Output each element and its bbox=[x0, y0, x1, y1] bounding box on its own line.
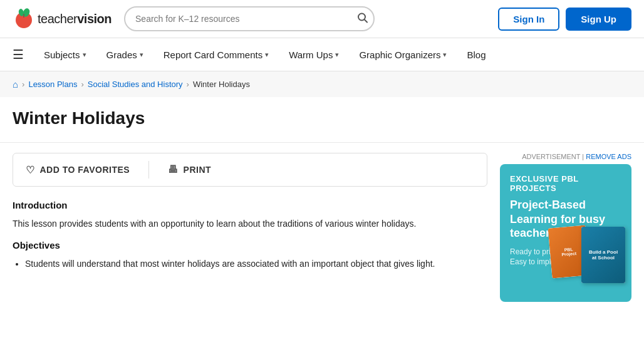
section2-heading: Objectives bbox=[13, 238, 487, 253]
report-card-arrow-icon: ▾ bbox=[265, 51, 269, 59]
logo-apple-icon bbox=[13, 8, 35, 30]
action-bar-divider bbox=[148, 161, 149, 178]
sign-up-button[interactable]: Sign Up bbox=[566, 8, 631, 31]
logo-link[interactable]: teachervision bbox=[13, 8, 112, 30]
ad-card-title: Exclusive PBL Projects bbox=[510, 174, 621, 193]
page-title-area: Winter Holidays bbox=[0, 97, 644, 143]
ad-label: ADVERTISEMENT | REMOVE ADS bbox=[500, 153, 631, 160]
breadcrumb-sep-2: › bbox=[81, 80, 83, 89]
graphic-organizers-arrow-icon: ▾ bbox=[443, 51, 447, 59]
remove-ads-button[interactable]: REMOVE ADS bbox=[586, 153, 631, 160]
action-bar: ♡ ADD TO FAVORITES 🖶 Print bbox=[13, 153, 487, 187]
print-icon: 🖶 bbox=[168, 164, 179, 175]
grades-arrow-icon: ▾ bbox=[140, 51, 143, 59]
auth-buttons: Sign In Sign Up bbox=[498, 8, 631, 31]
add-to-favorites-button[interactable]: ♡ ADD TO FAVORITES bbox=[26, 164, 130, 176]
breadcrumb-sep-1: › bbox=[22, 80, 24, 89]
sidebar-right: ADVERTISEMENT | REMOVE ADS Exclusive PBL… bbox=[500, 153, 631, 302]
content-left: ♡ ADD TO FAVORITES 🖶 Print Introduction … bbox=[13, 153, 487, 302]
logo-text: teachervision bbox=[38, 12, 112, 26]
breadcrumb-current: Winter Holidays bbox=[193, 80, 250, 89]
nav-subjects[interactable]: Subjects ▾ bbox=[34, 41, 96, 69]
breadcrumb-home-icon[interactable]: ⌂ bbox=[13, 79, 18, 90]
nav-graphic-organizers[interactable]: Graphic Organizers ▾ bbox=[349, 41, 457, 69]
main-content: ♡ ADD TO FAVORITES 🖶 Print Introduction … bbox=[0, 143, 644, 312]
subjects-arrow-icon: ▾ bbox=[83, 51, 86, 59]
breadcrumb-sep-3: › bbox=[187, 80, 189, 89]
nav-report-card-comments[interactable]: Report Card Comments ▾ bbox=[153, 41, 279, 69]
nav-bar: ☰ Subjects ▾ Grades ▾ Report Card Commen… bbox=[0, 38, 644, 71]
breadcrumb-lesson-plans[interactable]: Lesson Plans bbox=[28, 80, 77, 89]
hamburger-menu[interactable]: ☰ bbox=[13, 38, 34, 71]
page-title: Winter Holidays bbox=[13, 108, 631, 128]
nav-blog[interactable]: Blog bbox=[457, 41, 496, 69]
search-button[interactable] bbox=[357, 13, 368, 26]
nav-warm-ups[interactable]: Warm Ups ▾ bbox=[279, 41, 349, 69]
breadcrumb: ⌂ › Lesson Plans › Social Studies and Hi… bbox=[0, 71, 644, 97]
warm-ups-arrow-icon: ▾ bbox=[335, 51, 339, 59]
search-container bbox=[124, 6, 375, 31]
search-input[interactable] bbox=[124, 6, 375, 31]
article-content: Introduction This lesson provides studen… bbox=[13, 198, 487, 271]
objective-1: Students will understand that most winte… bbox=[25, 257, 487, 271]
top-bar: teachervision Sign In Sign Up bbox=[0, 0, 644, 38]
book-cover-1: Build a Poolat School bbox=[581, 227, 625, 283]
sign-in-button[interactable]: Sign In bbox=[498, 8, 559, 31]
breadcrumb-social-studies[interactable]: Social Studies and History bbox=[88, 80, 183, 89]
print-button[interactable]: 🖶 Print bbox=[168, 164, 211, 175]
svg-line-4 bbox=[365, 19, 368, 23]
ad-card[interactable]: Exclusive PBL Projects Project-Based Lea… bbox=[500, 164, 631, 302]
heart-icon: ♡ bbox=[26, 164, 35, 176]
section1-body: This lesson provides students with an op… bbox=[13, 217, 487, 230]
nav-grades[interactable]: Grades ▾ bbox=[96, 41, 153, 69]
section1-heading: Introduction bbox=[13, 198, 487, 213]
search-icon bbox=[357, 13, 368, 24]
objectives-list: Students will understand that most winte… bbox=[25, 257, 487, 271]
